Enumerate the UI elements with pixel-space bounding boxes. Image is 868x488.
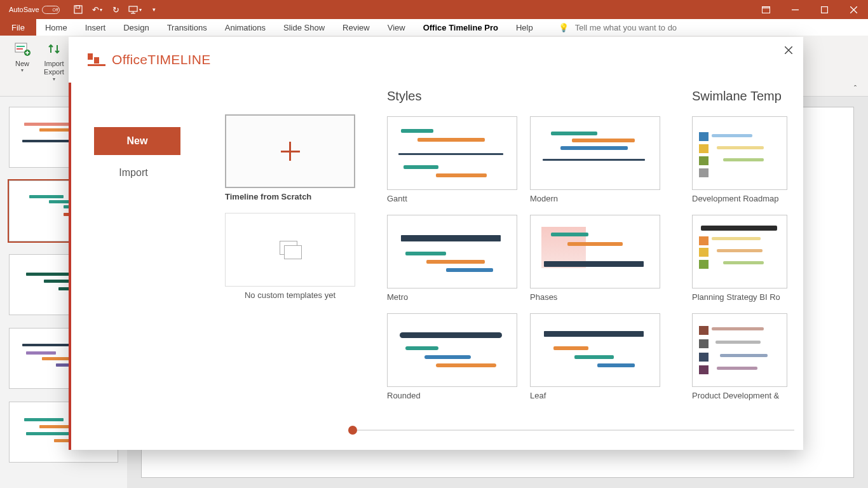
ribbon-tabs: File Home Insert Design Transitions Anim… bbox=[0, 19, 868, 36]
qat-customize-icon[interactable]: ▾ bbox=[146, 3, 163, 17]
tab-insert[interactable]: Insert bbox=[76, 19, 115, 36]
svg-rect-8 bbox=[821, 6, 827, 13]
office-timeline-logo: OfficeTIMELINE bbox=[88, 52, 211, 67]
tab-view[interactable]: View bbox=[379, 19, 414, 36]
logo-mark-icon bbox=[88, 53, 105, 66]
lightbulb-icon: 💡 bbox=[559, 23, 569, 32]
card-label: Timeline from Scratch bbox=[225, 192, 355, 201]
tell-me-search[interactable]: 💡 Tell me what you want to do bbox=[559, 23, 677, 32]
dialog-scroll-handle[interactable] bbox=[348, 426, 357, 435]
present-from-start-icon[interactable]: ▾ bbox=[127, 3, 144, 17]
swimlane-card-product-development[interactable]: Product Development & bbox=[692, 313, 787, 400]
card-label: No custom templates yet bbox=[225, 290, 355, 300]
save-icon[interactable] bbox=[70, 3, 86, 17]
autosave-toggle[interactable]: AutoSave Off bbox=[9, 6, 60, 14]
tab-office-timeline-pro[interactable]: Office Timeline Pro bbox=[414, 19, 507, 36]
redo-icon[interactable]: ↻ bbox=[108, 3, 125, 17]
style-card-modern[interactable]: Modern bbox=[530, 116, 660, 203]
style-card-leaf[interactable]: Leaf bbox=[530, 313, 660, 400]
svg-rect-2 bbox=[129, 6, 137, 11]
card-label: Product Development & bbox=[692, 391, 787, 400]
minimize-icon[interactable] bbox=[780, 0, 810, 19]
svg-rect-6 bbox=[762, 6, 770, 8]
card-label: Metro bbox=[387, 292, 517, 302]
tab-file[interactable]: File bbox=[0, 19, 36, 36]
scratch-section: Timeline from Scratch No custom template… bbox=[225, 89, 355, 400]
new-button[interactable]: New bbox=[94, 127, 180, 155]
card-label: Rounded bbox=[387, 391, 517, 400]
tab-design[interactable]: Design bbox=[114, 19, 158, 36]
tab-review[interactable]: Review bbox=[334, 19, 379, 36]
quick-access-toolbar: ↶ ▾ ↻ ▾ ▾ bbox=[70, 3, 163, 17]
card-label: Phases bbox=[530, 292, 660, 302]
collapse-ribbon-icon[interactable]: ˆ bbox=[849, 82, 862, 96]
styles-section: Styles Gantt bbox=[387, 89, 660, 400]
svg-rect-0 bbox=[74, 6, 82, 13]
tab-home[interactable]: Home bbox=[36, 19, 76, 36]
style-card-phases[interactable]: Phases bbox=[530, 215, 660, 302]
undo-icon[interactable]: ↶ ▾ bbox=[89, 3, 105, 17]
card-label: Leaf bbox=[530, 391, 660, 400]
office-timeline-dialog: OfficeTIMELINE New Import Timeline from … bbox=[69, 37, 803, 450]
swimlane-section: Swimlane Temp bbox=[692, 89, 803, 400]
style-card-metro[interactable]: Metro bbox=[387, 215, 517, 302]
dropdown-icon: ▾ bbox=[21, 67, 24, 73]
dialog-main: Timeline from Scratch No custom template… bbox=[196, 83, 803, 450]
new-timeline-icon bbox=[14, 38, 31, 60]
swimlane-card-development-roadmap[interactable]: Development Roadmap bbox=[692, 116, 787, 203]
tell-me-placeholder: Tell me what you want to do bbox=[575, 23, 677, 32]
style-card-gantt[interactable]: Gantt bbox=[387, 116, 517, 203]
tab-animations[interactable]: Animations bbox=[216, 19, 275, 36]
autosave-label: AutoSave bbox=[9, 6, 39, 13]
ribbon-new-button[interactable]: New ▾ bbox=[6, 38, 38, 96]
import-export-icon bbox=[46, 38, 62, 60]
card-label: Development Roadmap bbox=[692, 194, 787, 203]
styles-title: Styles bbox=[387, 89, 660, 104]
style-card-rounded[interactable]: Rounded bbox=[387, 313, 517, 400]
tab-transitions[interactable]: Transitions bbox=[158, 19, 216, 36]
close-icon[interactable] bbox=[839, 0, 868, 19]
tab-help[interactable]: Help bbox=[507, 19, 542, 36]
card-label: Modern bbox=[530, 194, 660, 203]
card-label: Planning Strategy BI Ro bbox=[692, 292, 787, 302]
ribbon-import-export-button[interactable]: Import Export ▾ bbox=[38, 38, 70, 96]
maximize-icon[interactable] bbox=[810, 0, 839, 19]
titlebar: AutoSave Off ↶ ▾ ↻ ▾ ▾ bbox=[0, 0, 868, 19]
dropdown-icon: ▾ bbox=[53, 76, 55, 82]
svg-rect-1 bbox=[76, 6, 79, 8]
ribbon-new-label: New bbox=[15, 60, 29, 67]
ribbon-import-export-label: Import Export bbox=[38, 60, 70, 76]
ribbon-display-options-icon[interactable] bbox=[751, 0, 780, 19]
swimlane-card-planning-strategy[interactable]: Planning Strategy BI Ro bbox=[692, 215, 787, 302]
dialog-close-button[interactable] bbox=[782, 43, 796, 57]
dialog-header: OfficeTIMELINE bbox=[69, 37, 803, 83]
dialog-scroll-track[interactable] bbox=[348, 430, 794, 431]
dialog-sidepanel: New Import bbox=[69, 83, 196, 450]
swimlane-title: Swimlane Temp bbox=[692, 89, 803, 104]
no-custom-templates-card: No custom templates yet bbox=[225, 213, 355, 300]
autosave-switch-icon: Off bbox=[42, 6, 60, 14]
import-button[interactable]: Import bbox=[71, 159, 196, 187]
timeline-from-scratch-card[interactable]: Timeline from Scratch bbox=[225, 114, 355, 201]
tab-slideshow[interactable]: Slide Show bbox=[275, 19, 334, 36]
card-label: Gantt bbox=[387, 194, 517, 203]
